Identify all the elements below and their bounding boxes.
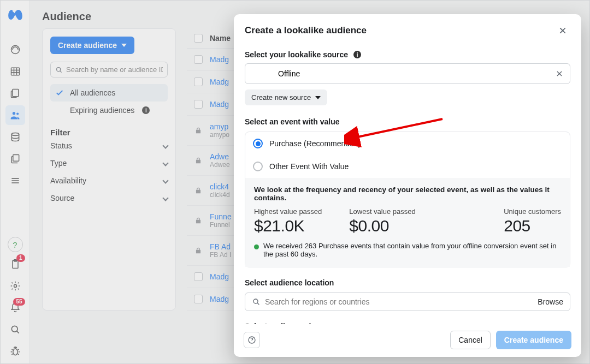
location-label: Select audience location [245,278,570,287]
stat-highest: Highest value passed $21.0K [254,207,322,235]
create-new-source-button[interactable]: Create new source [245,89,327,105]
status-dot-icon [254,244,259,249]
create-audience-submit-button[interactable]: Create audience [496,331,571,349]
cancel-button[interactable]: Cancel [450,331,491,349]
info-icon[interactable]: i [353,51,361,58]
clear-source-icon[interactable] [556,70,563,77]
source-label: Select your lookalike source i [245,50,570,59]
stats-note: We received 263 Purchase events that con… [254,242,561,258]
help-icon[interactable] [244,332,260,348]
source-value: Offline [278,69,300,78]
radio-other-label: Other Event With Value [269,162,349,171]
location-search[interactable]: Browse [245,293,570,311]
source-field[interactable]: Offline [245,63,570,84]
modal-title: Create a lookalike audience [245,25,367,36]
radio-other-event[interactable]: Other Event With Value [245,155,570,178]
modal-footer: Cancel Create audience [234,324,581,357]
radio-icon [253,162,263,171]
radio-purchase[interactable]: Purchase (Recommended) [245,132,570,155]
stat-lowest: Lowest value passed $0.00 [349,207,415,235]
stat-unique: Unique customers 205 [504,207,561,235]
event-box: Purchase (Recommended) Other Event With … [245,132,570,267]
svg-point-13 [253,299,258,303]
caret-down-icon [315,96,321,99]
event-stats: We look at the frequency and recency of … [245,178,570,267]
browse-link[interactable]: Browse [538,297,563,306]
stats-explain: We look at the frequency and recency of … [254,186,561,202]
create-lookalike-modal: Create a lookalike audience Select your … [234,14,581,357]
event-label: Select an event with value [245,117,570,126]
search-icon [252,297,261,306]
radio-purchase-label: Purchase (Recommended) [269,139,361,148]
location-input[interactable] [265,297,533,306]
close-icon[interactable] [555,23,570,38]
create-new-source-label: Create new source [251,93,311,102]
radio-icon [253,139,263,148]
